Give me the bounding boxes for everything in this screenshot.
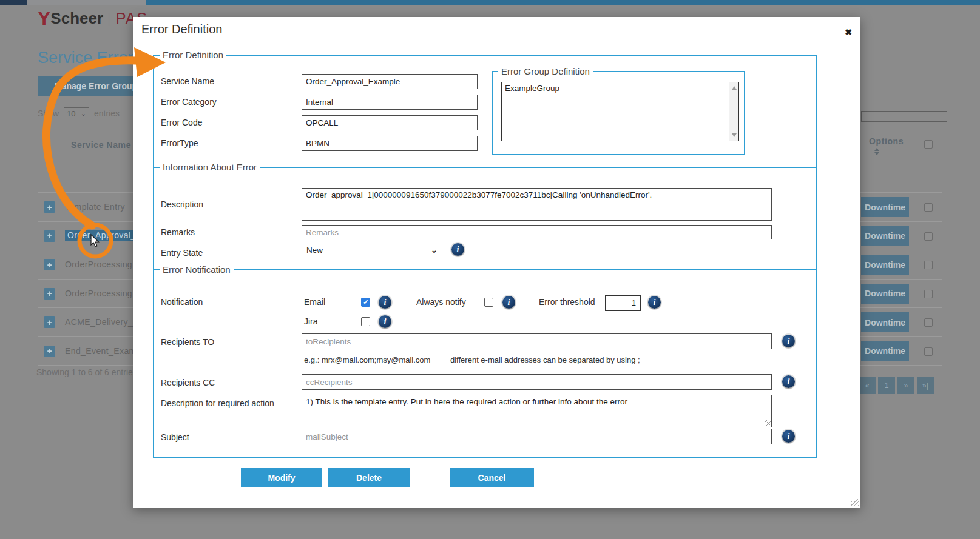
subject-field[interactable] [302,429,772,444]
top-bar-tab-segment [27,0,146,5]
always-notify-label: Always notify [416,297,466,307]
info-icon[interactable]: i [782,430,795,443]
recipients-example-hint: e.g.: mrx@mail.com;msy@mail.com [304,355,430,364]
error-group-item[interactable]: ExampleGroup [502,82,738,94]
error-category-field[interactable] [302,95,478,110]
scheer-pas-logo: Y Scheer | PAS [38,7,147,29]
always-notify-checkbox[interactable] [484,298,493,307]
scroll-up-icon[interactable] [732,86,737,90]
info-icon[interactable]: i [379,315,391,328]
section-legend: Information About Error [160,162,260,172]
expand-row-icon[interactable]: + [44,201,55,213]
info-icon[interactable]: i [502,296,515,309]
service-name-cell: End_Event_Exampl [65,346,143,356]
pagination-first-button[interactable]: « [859,377,876,394]
row-checkbox[interactable] [924,290,933,298]
logo-separator: | [107,10,111,27]
info-icon[interactable]: i [782,375,795,388]
service-name-cell: OrderProcessing [65,289,132,298]
cancel-button[interactable]: Cancel [450,468,534,487]
jira-label: Jira [304,316,318,326]
info-icon[interactable]: i [451,243,464,256]
row-checkbox[interactable] [924,232,933,241]
top-bar-navy-segment [0,0,27,5]
expand-row-icon[interactable]: + [44,259,55,270]
email-checkbox[interactable] [361,298,370,307]
section-legend: Error Notification [160,264,234,275]
pagination: « 1 » »| [859,377,934,394]
scroll-down-icon[interactable] [732,133,737,137]
error-type-field[interactable] [302,136,478,151]
service-name-cell: OrderProcessing [65,259,132,269]
top-bar [0,0,980,5]
chevron-down-icon: ⌄ [431,246,438,255]
entry-state-label: Entry State [161,248,203,258]
logo-scheer-text: Scheer [50,9,103,28]
jira-checkbox[interactable] [361,317,370,326]
description-field[interactable]: Order_approval_1|000000091650f379000022b… [302,188,772,221]
recipients-cc-label: Recipients CC [161,378,215,387]
recipients-to-label: Recipients TO [161,337,214,347]
column-header-options[interactable]: Options [869,136,904,146]
downtime-button[interactable]: Downtime [861,312,909,332]
row-checkbox[interactable] [924,261,933,269]
listbox-scrollbar[interactable] [729,82,738,141]
chevron-down-icon: ⌄ [81,110,86,118]
remarks-label: Remarks [161,227,195,237]
entry-state-select[interactable]: New ⌄ [302,244,442,256]
downtime-button[interactable]: Downtime [861,341,909,361]
required-action-field[interactable]: 1) This is the template entry. Put in he… [302,395,772,427]
error-code-field[interactable] [302,115,478,130]
textarea-resize-handle[interactable] [765,420,771,426]
expand-row-icon[interactable]: + [44,230,55,242]
downtime-button[interactable]: Downtime [861,255,909,275]
error-notification-section: Error Notification Notification Email i … [153,269,817,458]
delete-button[interactable]: Delete [328,468,410,487]
select-all-checkbox[interactable] [924,140,933,149]
info-icon[interactable]: i [648,296,661,309]
info-icon[interactable]: i [379,296,391,309]
entries-label: entries [94,109,120,118]
modal-title: Error Definition [141,22,222,36]
downtime-button[interactable]: Downtime [861,284,909,304]
subject-label: Subject [161,432,189,442]
pagination-next-button[interactable]: » [897,377,914,394]
downtime-button[interactable]: Downtime [861,197,909,217]
scheer-logo-mark-icon: Y [38,7,49,30]
table-search-input[interactable] [861,111,947,122]
close-icon[interactable]: ✖ [842,25,855,39]
error-category-label: Error Category [161,97,217,107]
screen: Y Scheer | PAS Service Error List Manage… [0,0,980,539]
info-icon[interactable]: i [782,335,795,347]
page-size-value: 10 [67,109,75,118]
expand-row-icon[interactable]: + [44,316,55,328]
recipients-to-field[interactable] [302,333,772,349]
show-entries-control: Show 10 ⌄ entries [38,107,120,119]
pagination-last-button[interactable]: »| [917,377,934,394]
service-name-cell: Template Entry [65,202,125,212]
error-group-listbox[interactable]: ExampleGroup [501,82,739,141]
error-threshold-field[interactable] [605,295,641,311]
service-name-label: Service Name [161,76,214,86]
row-checkbox[interactable] [924,203,933,212]
service-name-field[interactable] [302,74,478,89]
recipients-cc-field[interactable] [302,374,772,390]
section-legend: Error Group Definition [498,66,593,76]
downtime-button[interactable]: Downtime [861,226,909,246]
expand-row-icon[interactable]: + [44,346,55,357]
row-checkbox[interactable] [924,318,933,327]
sort-icon[interactable] [874,148,879,156]
notification-label: Notification [161,297,203,307]
row-checkbox[interactable] [924,347,933,356]
entry-state-value: New [306,246,323,255]
information-about-error-section: Information About Error Description Orde… [153,167,817,269]
remarks-field[interactable] [302,225,772,239]
pagination-page-1-button[interactable]: 1 [878,377,895,394]
page-size-select[interactable]: 10 ⌄ [64,107,89,119]
column-header-service-name[interactable]: Service Name [71,140,131,150]
expand-row-icon[interactable]: + [44,288,55,300]
modify-button[interactable]: Modify [241,468,322,487]
section-legend: Error Definition [160,50,226,60]
modal-resize-handle[interactable] [851,499,859,506]
table-summary: Showing 1 to 6 of 6 entries [36,367,137,377]
